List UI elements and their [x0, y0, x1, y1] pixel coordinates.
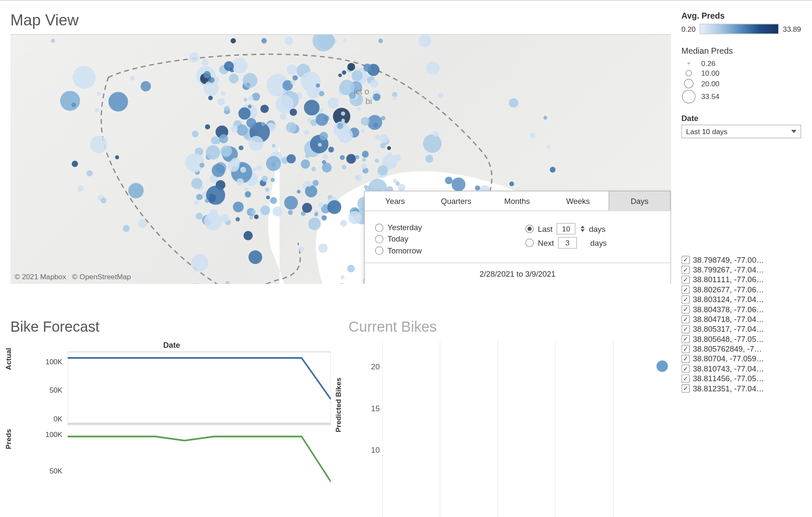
map-station-dot[interactable] [320, 108, 324, 112]
map-station-dot[interactable] [205, 199, 209, 203]
map-station-dot[interactable] [208, 77, 214, 83]
map-station-dot[interactable] [239, 107, 251, 120]
map-station-dot[interactable] [546, 145, 550, 148]
checkbox-icon[interactable]: ✓ [681, 374, 690, 383]
map-station-dot[interactable] [305, 185, 317, 198]
map-station-dot[interactable] [231, 125, 238, 132]
date-filter-select[interactable]: Last 10 days [681, 125, 801, 138]
map-station-dot[interactable] [327, 200, 341, 214]
map-station-dot[interactable] [108, 92, 128, 111]
map-station-dot[interactable] [318, 143, 322, 147]
map-station-dot[interactable] [208, 96, 213, 100]
map-station-dot[interactable] [71, 102, 76, 107]
map-station-dot[interactable] [200, 163, 205, 168]
last-n-stepper[interactable] [581, 226, 585, 232]
map-station-dot[interactable] [375, 159, 379, 163]
map-station-dot[interactable] [60, 91, 80, 111]
map-station-dot[interactable] [271, 178, 275, 182]
map-station-dot[interactable] [206, 145, 220, 160]
map-station-dot[interactable] [254, 214, 259, 219]
map-station-dot[interactable] [262, 176, 268, 182]
map-station-dot[interactable] [228, 160, 239, 172]
radio-today[interactable]: Today [375, 234, 510, 243]
map-station-dot[interactable] [301, 72, 321, 91]
map-station-dot[interactable] [337, 123, 343, 129]
last-n-input[interactable]: 10 [557, 223, 576, 234]
map-station-dot[interactable] [299, 247, 304, 252]
map-station-dot[interactable] [314, 212, 318, 216]
map-station-dot[interactable] [342, 70, 346, 74]
map-station-dot[interactable] [252, 93, 260, 101]
map-station-dot[interactable] [191, 254, 208, 272]
map-station-dot[interactable] [315, 113, 328, 126]
station-row[interactable]: ✓38.812351, -77.04… [681, 384, 801, 393]
map-station-dot[interactable] [425, 155, 433, 163]
station-row[interactable]: ✓38.801111, -77.06… [681, 275, 801, 284]
map-station-dot[interactable] [361, 129, 365, 133]
map-station-dot[interactable] [51, 39, 55, 43]
map-station-dot[interactable] [318, 202, 324, 207]
map-station-dot[interactable] [328, 97, 339, 109]
map-station-dot[interactable] [272, 144, 276, 148]
map-station-dot[interactable] [256, 165, 262, 171]
map-station-dot[interactable] [240, 167, 246, 173]
map-station-dot[interactable] [141, 81, 151, 91]
map-station-dot[interactable] [286, 122, 296, 132]
map-station-dot[interactable] [128, 183, 143, 198]
station-row[interactable]: ✓38.805648, -77.05… [681, 334, 801, 343]
checkbox-icon[interactable]: ✓ [681, 305, 690, 314]
map-station-dot[interactable] [313, 180, 318, 186]
radio-yesterday[interactable]: Yesterday [375, 223, 510, 232]
map-station-dot[interactable] [433, 131, 439, 137]
map-station-dot[interactable] [347, 265, 355, 272]
tab-years[interactable]: Years [365, 191, 425, 211]
map-station-dot[interactable] [266, 156, 281, 171]
map-station-dot[interactable] [319, 132, 328, 140]
map-station-dot[interactable] [322, 163, 332, 173]
map-station-dot[interactable] [341, 119, 345, 123]
map-station-dot[interactable] [355, 155, 359, 160]
checkbox-icon[interactable]: ✓ [681, 285, 690, 294]
station-row[interactable]: ✓38.804378, -77.06… [681, 305, 801, 314]
station-row[interactable]: ✓38.803124, -77.04… [681, 295, 801, 304]
map-station-dot[interactable] [361, 117, 370, 126]
map-station-dot[interactable] [509, 182, 514, 186]
map-station-dot[interactable] [373, 94, 381, 101]
map-station-dot[interactable] [185, 154, 204, 173]
map-station-dot[interactable] [423, 134, 442, 153]
map-station-dot[interactable] [426, 61, 440, 75]
map-station-dot[interactable] [287, 154, 296, 163]
map-station-dot[interactable] [343, 39, 347, 43]
map-station-dot[interactable] [261, 122, 265, 126]
map-station-dot[interactable] [340, 275, 345, 280]
tab-weeks[interactable]: Weeks [548, 191, 609, 211]
map-station-dot[interactable] [322, 160, 326, 164]
map-station-dot[interactable] [341, 111, 345, 116]
map-station-dot[interactable] [251, 210, 256, 214]
station-row[interactable]: ✓38.811456, -77.05… [681, 374, 801, 383]
checkbox-icon[interactable]: ✓ [681, 335, 690, 343]
map-station-dot[interactable] [356, 174, 362, 181]
map-station-dot[interactable] [246, 82, 250, 86]
map-station-dot[interactable] [363, 63, 371, 72]
map-station-dot[interactable] [265, 187, 269, 192]
map-station-dot[interactable] [370, 80, 379, 88]
map-station-dot[interactable] [239, 146, 243, 150]
checkbox-icon[interactable]: ✓ [681, 295, 690, 304]
map-station-dot[interactable] [346, 154, 356, 164]
map-station-dot[interactable] [244, 231, 253, 240]
map-station-dot[interactable] [328, 147, 334, 153]
map-station-dot[interactable] [95, 108, 99, 113]
map-station-dot[interactable] [347, 63, 355, 71]
map-station-dot[interactable] [307, 182, 312, 187]
map-station-dot[interactable] [445, 177, 453, 184]
map-station-dot[interactable] [261, 104, 269, 113]
map-station-dot[interactable] [221, 145, 232, 157]
station-row[interactable]: ✓38.799267, -77.04… [681, 265, 801, 274]
map-station-dot[interactable] [362, 151, 369, 157]
map-station-dot[interactable] [249, 136, 263, 151]
map-station-dot[interactable] [340, 155, 345, 160]
map-station-dot[interactable] [305, 154, 310, 158]
map-station-dot[interactable] [90, 136, 107, 153]
map-station-dot[interactable] [232, 58, 247, 74]
